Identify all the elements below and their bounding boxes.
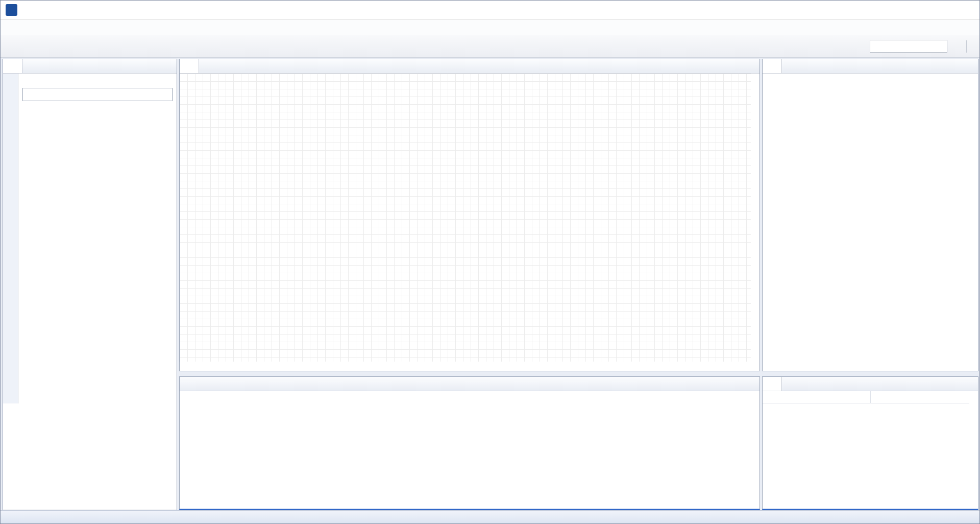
outline-tree bbox=[763, 74, 978, 371]
editor-tab-bar bbox=[180, 59, 760, 74]
explorer-main bbox=[18, 74, 177, 403]
main-toolbar bbox=[1, 35, 979, 58]
window-minimize-button[interactable] bbox=[909, 1, 933, 19]
properties-header bbox=[763, 377, 978, 391]
nexj-studio-window bbox=[0, 0, 980, 524]
diagram-canvas[interactable] bbox=[180, 74, 751, 362]
menu-bar bbox=[1, 20, 979, 35]
nexj-logo-icon bbox=[6, 4, 17, 16]
explorer-body bbox=[3, 74, 177, 403]
window-maximize-button[interactable] bbox=[933, 1, 956, 19]
model-tree-area bbox=[18, 104, 177, 403]
column-header-property[interactable] bbox=[763, 391, 871, 403]
properties-view-tab[interactable] bbox=[763, 377, 782, 391]
layer-switcher bbox=[3, 403, 177, 510]
outline-header bbox=[763, 59, 978, 74]
window-controls bbox=[909, 1, 979, 19]
properties-column-headers bbox=[763, 391, 969, 403]
editor-tab-currency-cd[interactable] bbox=[180, 59, 199, 73]
diagram-editor-panel bbox=[179, 59, 760, 371]
console-panel bbox=[179, 376, 760, 510]
title-bar bbox=[1, 1, 979, 20]
explorer-header bbox=[3, 59, 177, 74]
quick-access-input[interactable] bbox=[870, 40, 947, 53]
explorer-toolbar bbox=[18, 74, 177, 87]
toolbar-right-cluster bbox=[870, 40, 974, 53]
search-box bbox=[18, 87, 177, 104]
properties-panel bbox=[762, 376, 978, 510]
properties-table bbox=[763, 403, 969, 499]
window-close-button[interactable] bbox=[956, 1, 979, 19]
toolbar-separator bbox=[966, 40, 967, 53]
status-bar bbox=[1, 510, 979, 523]
explorer-view-tab[interactable] bbox=[3, 59, 22, 73]
explorer-category-tabs bbox=[3, 74, 18, 403]
search-input[interactable] bbox=[22, 88, 173, 101]
outline-panel bbox=[762, 59, 978, 371]
console-status-line bbox=[180, 391, 760, 404]
model-list bbox=[18, 104, 168, 403]
console-output[interactable] bbox=[180, 404, 751, 499]
outline-view-tab[interactable] bbox=[763, 59, 782, 73]
console-tab-bar bbox=[180, 377, 760, 391]
model-explorer-panel bbox=[3, 59, 177, 510]
